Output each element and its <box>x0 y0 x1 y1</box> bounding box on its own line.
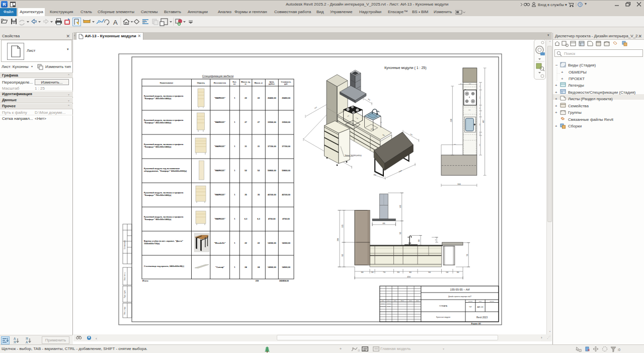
svg-text:Инв. № подл.: Инв. № подл. <box>124 306 126 314</box>
svg-text:R: R <box>3 2 6 7</box>
svg-text:4200: 4200 <box>407 276 411 278</box>
svg-text:Дата: Дата <box>416 300 419 301</box>
svg-text:оборудование, "Комфорт" 600х60: оборудование, "Комфорт" 600х600х2200(к) <box>144 170 187 172</box>
svg-text:Кол.: Кол. <box>233 81 237 83</box>
svg-text:+: + <box>555 83 557 88</box>
svg-text:200: 200 <box>371 271 374 273</box>
svg-text:+: + <box>555 90 557 95</box>
svg-text:Стоимость,: Стоимость, <box>281 81 291 83</box>
svg-text:33500,00: 33500,00 <box>268 121 276 123</box>
svg-text:Листов: Листов <box>490 301 494 302</box>
svg-text:925: 925 <box>342 254 344 256</box>
svg-text:Семейства: Семейства <box>568 104 589 108</box>
svg-text:+: + <box>555 124 557 128</box>
svg-text:+: + <box>555 110 557 115</box>
svg-text:?: ? <box>579 3 581 7</box>
svg-text:"МАЯК221": "МАЯК221" <box>214 169 225 172</box>
svg-text:Столешница под ариэль, 2400х60: Столешница под ариэль, 2400х600х38(т) <box>144 265 185 267</box>
svg-text:22: 22 <box>258 242 260 244</box>
svg-text:+: + <box>555 104 557 108</box>
svg-text:35: 35 <box>245 193 247 196</box>
svg-text:Группы: Группы <box>568 110 582 115</box>
svg-text:Кухонные модули: Кухонные модули <box>436 316 450 318</box>
svg-text:6,3: 6,3 <box>257 218 260 220</box>
svg-text:ОБМЕРЫ: ОБМЕРЫ <box>569 70 587 75</box>
svg-text:24: 24 <box>258 266 260 268</box>
svg-text:635: 635 <box>468 109 471 111</box>
svg-text:Взам. инв. №: Взам. инв. № <box>124 272 126 280</box>
svg-text:37150,00: 37150,00 <box>282 145 290 148</box>
svg-text:Масса, кг: Масса, кг <box>255 82 263 84</box>
svg-text:31: 31 <box>245 145 247 148</box>
svg-text:"Комфорт" 900х300х1400(к): "Комфорт" 900х300х1400(к) <box>144 218 172 221</box>
svg-text:595: 595 <box>469 83 471 85</box>
svg-text:‹: ‹ <box>96 336 97 341</box>
svg-text:Белов: Белов <box>387 306 391 307</box>
svg-text:+: + <box>555 97 557 101</box>
svg-text:22: 22 <box>245 97 247 99</box>
svg-text:1325: 1325 <box>342 224 344 228</box>
svg-text:А: А <box>14 337 16 340</box>
svg-text:Юдаев: Юдаев <box>387 303 391 304</box>
svg-text:Листы (Раздел проекта): Листы (Раздел проекта) <box>568 97 613 101</box>
svg-text:руб/шт.: руб/шт. <box>269 83 275 85</box>
svg-text:37150,00: 37150,00 <box>268 145 276 148</box>
svg-text:730: 730 <box>466 254 468 256</box>
svg-text:1600: 1600 <box>457 183 461 185</box>
svg-text:Подп. и дата: Подп. и дата <box>124 290 126 298</box>
svg-text:4067: 4067 <box>482 119 485 123</box>
svg-text:шт.: шт. <box>233 83 236 85</box>
svg-text:Стадия: Стадия <box>468 301 473 302</box>
svg-text:22: 22 <box>245 242 247 244</box>
svg-text:24: 24 <box>245 266 247 268</box>
svg-text:"Союзф": "Союзф" <box>215 266 224 268</box>
svg-text:"МАЯК221": "МАЯК221" <box>214 97 225 99</box>
svg-text:26400,00: 26400,00 <box>268 97 276 99</box>
svg-text:22: 22 <box>258 97 260 99</box>
svg-text:31: 31 <box>258 145 260 148</box>
svg-text:600: 600 <box>361 271 364 273</box>
svg-text:Итого:: Итого: <box>142 279 149 282</box>
svg-text:500: 500 <box>446 271 448 273</box>
svg-text:A: A <box>113 19 118 26</box>
svg-text:27: 27 <box>258 121 260 123</box>
svg-text:300: 300 <box>457 271 459 273</box>
svg-text:"МАЯК221": "МАЯК221" <box>214 218 225 220</box>
svg-text::0: :0 <box>617 348 620 351</box>
svg-text:33500,00: 33500,00 <box>282 121 290 123</box>
svg-text:Дизайн проекта квартиры №47: Дизайн проекта квартиры №47 <box>448 296 471 298</box>
svg-text:Кухонные модули ( 1 : 25): Кухонные модули ( 1 : 25) <box>384 66 427 70</box>
svg-text:390: 390 <box>479 144 480 146</box>
svg-text:500: 500 <box>479 123 480 126</box>
svg-text:"Комфорт" 750х300х1400(к): "Комфорт" 750х300х1400(к) <box>144 194 172 196</box>
svg-text:"МАЯК221": "МАЯК221" <box>214 121 225 123</box>
svg-text:600: 600 <box>409 271 412 273</box>
svg-text:Ведомости/Спецификации (Стадия: Ведомости/Спецификации (Стадия) <box>568 90 635 95</box>
svg-text:Сборки: Сборки <box>568 124 582 128</box>
svg-text:4700,00: 4700,00 <box>282 218 290 220</box>
svg-text:2200: 2200 <box>337 238 339 241</box>
svg-text:Кол.уч.: Кол.уч. <box>387 300 391 301</box>
svg-text:Образец: Образец <box>197 82 205 84</box>
svg-text:Revit 2023: Revit 2023 <box>476 316 488 319</box>
svg-text:АИ-13: АИ-13 <box>477 306 484 308</box>
svg-text:"Мойка" 900(800)х600(к): "Мойка" 900(800)х600(к) <box>345 155 362 157</box>
svg-text:"Комфорт" 200х300х1400(к): "Комфорт" 200х300х1400(к) <box>144 97 172 100</box>
svg-text:ГУЛНАРА: ГУЛНАРА <box>439 305 448 307</box>
svg-text:+: + <box>561 70 564 75</box>
svg-text:Согласовано: Согласовано <box>124 240 126 249</box>
svg-text:52: 52 <box>245 169 247 172</box>
svg-text:27: 27 <box>245 121 247 123</box>
svg-text:Цена,: Цена, <box>269 81 274 83</box>
svg-text:14300,00: 14300,00 <box>282 242 290 244</box>
svg-text:кг.: кг. <box>245 83 247 85</box>
svg-text:695: 695 <box>382 223 385 225</box>
svg-text:1500х600х730(к): 1500х600х730(к) <box>144 242 160 245</box>
svg-text:"Woodville": "Woodville" <box>214 242 226 244</box>
svg-text:Подп.: Подп. <box>409 300 412 301</box>
svg-text:350: 350 <box>397 271 399 273</box>
svg-text:140: 140 <box>435 239 436 241</box>
svg-text:Связанные файлы Revit: Связанные файлы Revit <box>568 117 614 122</box>
svg-text:14900,00: 14900,00 <box>282 266 290 268</box>
svg-text:№док.: №док. <box>401 300 405 301</box>
